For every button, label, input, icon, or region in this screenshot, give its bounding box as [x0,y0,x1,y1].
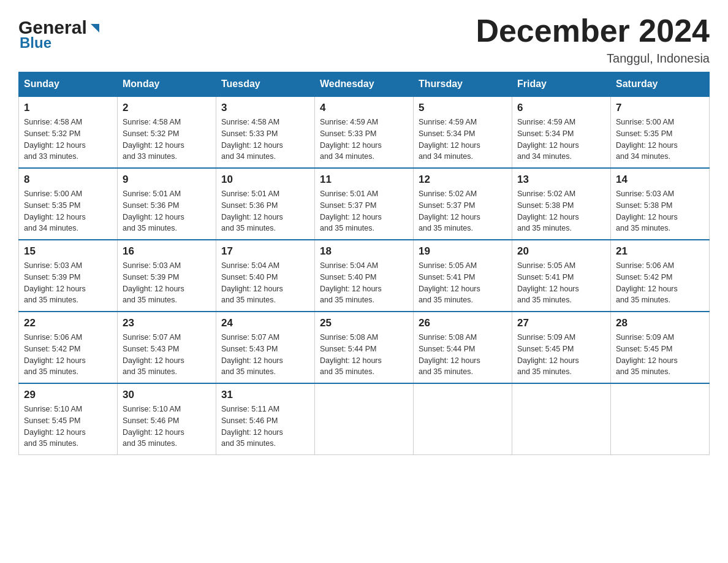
calendar-cell: 24 Sunrise: 5:07 AMSunset: 5:43 PMDaylig… [216,312,315,383]
svg-marker-0 [91,24,99,33]
day-number: 21 [616,245,704,258]
day-number: 20 [517,245,605,258]
day-number: 30 [123,389,211,401]
day-info: Sunrise: 5:03 AMSunset: 5:39 PMDaylight:… [24,260,112,306]
calendar-cell: 3 Sunrise: 4:58 AMSunset: 5:33 PMDayligh… [216,96,315,168]
calendar-table: SundayMondayTuesdayWednesdayThursdayFrid… [18,72,710,455]
calendar-cell: 27 Sunrise: 5:09 AMSunset: 5:45 PMDaylig… [512,312,611,383]
day-number: 24 [221,317,309,329]
day-number: 17 [221,245,309,258]
calendar-cell: 16 Sunrise: 5:03 AMSunset: 5:39 PMDaylig… [118,240,216,312]
logo-triangle-icon [88,21,102,35]
column-header-friday: Friday [512,72,611,97]
calendar-cell: 25 Sunrise: 5:08 AMSunset: 5:44 PMDaylig… [315,312,414,383]
calendar-cell: 10 Sunrise: 5:01 AMSunset: 5:36 PMDaylig… [216,168,315,240]
day-number: 19 [419,245,507,258]
day-info: Sunrise: 5:07 AMSunset: 5:43 PMDaylight:… [123,332,211,378]
day-number: 14 [616,174,704,186]
day-info: Sunrise: 4:59 AMSunset: 5:33 PMDaylight:… [320,117,408,163]
day-info: Sunrise: 5:08 AMSunset: 5:44 PMDaylight:… [320,332,408,378]
calendar-cell: 18 Sunrise: 5:04 AMSunset: 5:40 PMDaylig… [315,240,414,312]
calendar-week-row: 15 Sunrise: 5:03 AMSunset: 5:39 PMDaylig… [19,240,710,312]
day-info: Sunrise: 4:58 AMSunset: 5:33 PMDaylight:… [221,117,309,163]
day-number: 11 [320,174,408,186]
day-number: 23 [123,317,211,329]
title-section: December 2024 Tanggul, Indonesia [476,12,710,66]
logo: General Blue [18,17,102,52]
location: Tanggul, Indonesia [476,52,710,66]
calendar-cell: 7 Sunrise: 5:00 AMSunset: 5:35 PMDayligh… [611,96,710,168]
day-info: Sunrise: 5:06 AMSunset: 5:42 PMDaylight:… [24,332,112,378]
day-info: Sunrise: 5:01 AMSunset: 5:36 PMDaylight:… [221,188,309,234]
day-info: Sunrise: 5:10 AMSunset: 5:45 PMDaylight:… [24,404,112,450]
calendar-cell: 9 Sunrise: 5:01 AMSunset: 5:36 PMDayligh… [118,168,216,240]
day-number: 9 [123,174,211,186]
day-number: 16 [123,245,211,258]
day-info: Sunrise: 4:59 AMSunset: 5:34 PMDaylight:… [419,117,507,163]
day-number: 3 [221,102,309,114]
day-number: 18 [320,245,408,258]
day-info: Sunrise: 5:10 AMSunset: 5:46 PMDaylight:… [123,404,211,450]
day-number: 25 [320,317,408,329]
calendar-cell: 14 Sunrise: 5:03 AMSunset: 5:38 PMDaylig… [611,168,710,240]
column-header-thursday: Thursday [414,72,512,97]
calendar-cell: 13 Sunrise: 5:02 AMSunset: 5:38 PMDaylig… [512,168,611,240]
calendar-cell: 1 Sunrise: 4:58 AMSunset: 5:32 PMDayligh… [19,96,118,168]
calendar-cell: 5 Sunrise: 4:59 AMSunset: 5:34 PMDayligh… [414,96,512,168]
day-info: Sunrise: 5:04 AMSunset: 5:40 PMDaylight:… [320,260,408,306]
day-info: Sunrise: 4:59 AMSunset: 5:34 PMDaylight:… [517,117,605,163]
day-number: 12 [419,174,507,186]
calendar-cell: 2 Sunrise: 4:58 AMSunset: 5:32 PMDayligh… [118,96,216,168]
day-info: Sunrise: 5:06 AMSunset: 5:42 PMDaylight:… [616,260,704,306]
day-info: Sunrise: 5:00 AMSunset: 5:35 PMDaylight:… [24,188,112,234]
calendar-cell: 22 Sunrise: 5:06 AMSunset: 5:42 PMDaylig… [19,312,118,383]
column-header-tuesday: Tuesday [216,72,315,97]
calendar-cell: 4 Sunrise: 4:59 AMSunset: 5:33 PMDayligh… [315,96,414,168]
day-number: 29 [24,389,112,401]
day-info: Sunrise: 5:08 AMSunset: 5:44 PMDaylight:… [419,332,507,378]
day-info: Sunrise: 5:07 AMSunset: 5:43 PMDaylight:… [221,332,309,378]
day-info: Sunrise: 5:04 AMSunset: 5:40 PMDaylight:… [221,260,309,306]
calendar-cell: 31 Sunrise: 5:11 AMSunset: 5:46 PMDaylig… [216,383,315,455]
day-number: 6 [517,102,605,114]
calendar-cell: 17 Sunrise: 5:04 AMSunset: 5:40 PMDaylig… [216,240,315,312]
calendar-cell [512,383,611,455]
day-number: 4 [320,102,408,114]
calendar-cell: 30 Sunrise: 5:10 AMSunset: 5:46 PMDaylig… [118,383,216,455]
column-header-monday: Monday [118,72,216,97]
day-info: Sunrise: 5:11 AMSunset: 5:46 PMDaylight:… [221,404,309,450]
day-info: Sunrise: 5:01 AMSunset: 5:36 PMDaylight:… [123,188,211,234]
calendar-week-row: 1 Sunrise: 4:58 AMSunset: 5:32 PMDayligh… [19,96,710,168]
day-number: 28 [616,317,704,329]
calendar-cell: 12 Sunrise: 5:02 AMSunset: 5:37 PMDaylig… [414,168,512,240]
calendar-cell: 28 Sunrise: 5:09 AMSunset: 5:45 PMDaylig… [611,312,710,383]
day-number: 22 [24,317,112,329]
day-info: Sunrise: 5:00 AMSunset: 5:35 PMDaylight:… [616,117,704,163]
column-header-sunday: Sunday [19,72,118,97]
calendar-cell [611,383,710,455]
calendar-cell: 11 Sunrise: 5:01 AMSunset: 5:37 PMDaylig… [315,168,414,240]
calendar-cell: 19 Sunrise: 5:05 AMSunset: 5:41 PMDaylig… [414,240,512,312]
calendar-cell: 21 Sunrise: 5:06 AMSunset: 5:42 PMDaylig… [611,240,710,312]
day-info: Sunrise: 4:58 AMSunset: 5:32 PMDaylight:… [123,117,211,163]
calendar-cell [315,383,414,455]
day-info: Sunrise: 5:03 AMSunset: 5:38 PMDaylight:… [616,188,704,234]
column-header-saturday: Saturday [611,72,710,97]
page-header: General Blue December 2024 Tanggul, Indo… [18,12,710,66]
calendar-header-row: SundayMondayTuesdayWednesdayThursdayFrid… [19,72,710,97]
day-info: Sunrise: 5:02 AMSunset: 5:38 PMDaylight:… [517,188,605,234]
calendar-cell: 15 Sunrise: 5:03 AMSunset: 5:39 PMDaylig… [19,240,118,312]
day-info: Sunrise: 5:05 AMSunset: 5:41 PMDaylight:… [517,260,605,306]
day-number: 1 [24,102,112,114]
calendar-cell: 26 Sunrise: 5:08 AMSunset: 5:44 PMDaylig… [414,312,512,383]
logo-blue-text: Blue [20,34,51,52]
day-number: 26 [419,317,507,329]
day-info: Sunrise: 5:09 AMSunset: 5:45 PMDaylight:… [517,332,605,378]
calendar-cell: 6 Sunrise: 4:59 AMSunset: 5:34 PMDayligh… [512,96,611,168]
calendar-cell [414,383,512,455]
day-info: Sunrise: 5:09 AMSunset: 5:45 PMDaylight:… [616,332,704,378]
day-number: 2 [123,102,211,114]
day-info: Sunrise: 4:58 AMSunset: 5:32 PMDaylight:… [24,117,112,163]
column-header-wednesday: Wednesday [315,72,414,97]
calendar-week-row: 22 Sunrise: 5:06 AMSunset: 5:42 PMDaylig… [19,312,710,383]
